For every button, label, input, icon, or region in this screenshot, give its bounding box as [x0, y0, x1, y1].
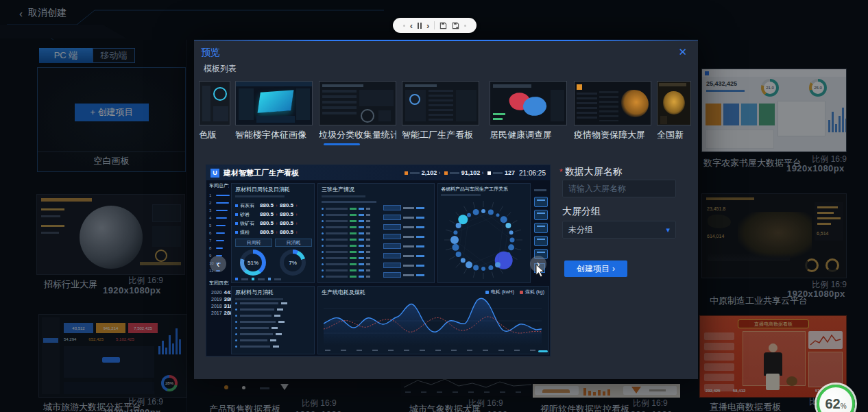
- preview-header: U 建材智慧工厂生产看板 2,102 t 91,102 t 127: [206, 165, 550, 180]
- template-label: 疫情物资保障大屏: [574, 129, 651, 141]
- decor: [240, 327, 269, 329]
- next-icon[interactable]: ›: [426, 21, 429, 30]
- drag-handle-icon[interactable]: [403, 25, 405, 27]
- template-item-3[interactable]: 智能工厂生产看板: [402, 81, 479, 139]
- prev-icon[interactable]: ‹: [410, 21, 413, 30]
- decor: [416, 255, 424, 257]
- decor: [326, 208, 348, 210]
- decor: [416, 245, 424, 247]
- decor: [235, 308, 237, 311]
- decor: [270, 339, 276, 341]
- decor: [383, 205, 401, 210]
- save-icon[interactable]: [439, 22, 447, 29]
- history-list: 2020441 2019380 2018318 2017288: [209, 289, 229, 316]
- decor: [383, 215, 401, 220]
- carousel-prev-button[interactable]: ‹: [210, 256, 226, 272]
- stat-marker: [487, 171, 491, 175]
- rank-number: 8: [209, 246, 215, 250]
- template-preview-image: U 建材智慧工厂生产看板 2,102 t 91,102 t 127: [206, 165, 551, 356]
- rank-bar: [216, 202, 229, 204]
- decor: [240, 308, 274, 311]
- decor: [359, 226, 364, 228]
- template-item-5[interactable]: 疫情物资保障大屏: [574, 81, 651, 139]
- decor: [359, 220, 364, 222]
- create-project-submit-button[interactable]: 创建项目 ›: [564, 260, 627, 277]
- decor: [322, 220, 324, 222]
- panel-title: 车间总产量: [209, 182, 229, 189]
- shift-chip-row: [383, 213, 431, 222]
- decor: [359, 239, 364, 241]
- side-stat-box: [534, 210, 548, 220]
- gauge-value: 7%: [280, 250, 306, 276]
- decor: [416, 217, 424, 219]
- decor: [322, 214, 324, 216]
- decor: [326, 263, 348, 265]
- decor: [239, 88, 254, 120]
- template-label: 智能工厂生产看板: [402, 129, 479, 141]
- monthly-row: [235, 300, 312, 306]
- decor: [416, 226, 424, 228]
- decor: [278, 321, 285, 323]
- rank-row: 6: [209, 230, 229, 237]
- side-stat-box: [534, 236, 548, 246]
- decor: [322, 208, 324, 210]
- decor: [366, 263, 370, 265]
- badge-unit: %: [841, 402, 847, 410]
- material-value: 880.5: [280, 202, 293, 208]
- decor: [350, 226, 357, 228]
- decor: [403, 274, 414, 276]
- template-item-1[interactable]: 智能楼宇体征画像: [235, 81, 313, 139]
- preview-modal: 预览 ✕ 模板列表 色版 智能楼宇体征画像: [194, 40, 698, 379]
- preview-title: 建材智慧工厂生产看板: [224, 168, 299, 178]
- shift-row: [322, 261, 378, 267]
- decor: [456, 90, 477, 121]
- chart-legend: 电耗 (kwH) 煤耗 (kg): [485, 289, 544, 295]
- shift-row: [322, 243, 378, 249]
- decor: [366, 276, 370, 278]
- gauge-tabs: 日周转 日消耗: [235, 239, 314, 247]
- decor: [235, 321, 237, 323]
- decor: [383, 234, 401, 239]
- template-item-4[interactable]: 居民健康调查屏: [490, 81, 567, 139]
- decor: [403, 265, 414, 267]
- decor: [322, 263, 324, 265]
- decor: [322, 239, 324, 241]
- create-label: 创建项目: [577, 263, 610, 275]
- shift-production-panel: 三班生产情况: [317, 183, 435, 283]
- panel-subtitle-bar: [322, 195, 365, 197]
- template-thumb: [657, 81, 691, 125]
- rank-bar: [216, 195, 230, 196]
- pause-icon[interactable]: [418, 23, 422, 29]
- rank-row: 3: [209, 207, 229, 214]
- shift-table: [322, 206, 378, 280]
- decor: [403, 217, 414, 219]
- carousel-indicator[interactable]: [324, 143, 360, 145]
- close-icon[interactable]: ✕: [678, 46, 687, 58]
- template-item-0[interactable]: 色版: [199, 81, 230, 139]
- decor: [359, 269, 364, 271]
- preview-scrollbar[interactable]: [538, 350, 548, 352]
- map-graphic: [621, 90, 649, 117]
- template-item-2[interactable]: 垃圾分类收集量统计: [319, 81, 396, 139]
- stat-unit: t: [439, 171, 440, 175]
- save-as-icon[interactable]: [452, 22, 459, 29]
- carousel-next-button[interactable]: ›: [530, 256, 546, 272]
- decor: [359, 257, 364, 259]
- template-item-6[interactable]: 全国新: [657, 81, 691, 139]
- group-select[interactable]: 未分组 ▾: [562, 221, 676, 239]
- rank-row: 4: [209, 215, 229, 221]
- panel-subtitle-bar: [235, 195, 285, 197]
- app-screen: ‹ 取消创建 PC 端 移动端 + 创建项目 空白画板: [0, 0, 868, 412]
- screen-name-input[interactable]: [562, 180, 676, 197]
- shift-stats-column: [383, 203, 431, 280]
- rank-row: 1: [209, 192, 229, 199]
- decor: [537, 213, 545, 214]
- panel-title: 三班生产情况: [322, 186, 434, 193]
- material-name: 石灰石: [240, 202, 258, 209]
- decor: [240, 315, 272, 317]
- rank-row: 2: [209, 199, 229, 206]
- template-label: 色版: [199, 129, 230, 141]
- decor: [383, 224, 401, 230]
- decor: [240, 333, 273, 335]
- drag-handle-icon[interactable]: [464, 25, 466, 27]
